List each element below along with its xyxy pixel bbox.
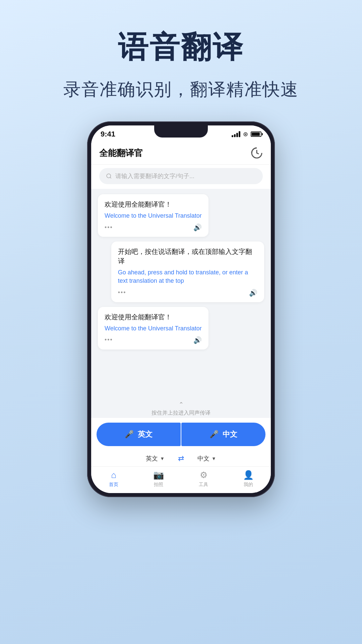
svg-point-0 (107, 174, 111, 178)
svg-line-1 (110, 177, 111, 178)
status-time: 9:41 (101, 130, 115, 139)
record-chinese-button[interactable]: 🎤 中文 (181, 423, 265, 446)
phone-notch (154, 125, 208, 138)
bubble-3-dots: ••• (105, 336, 113, 343)
battery-icon (251, 131, 261, 137)
language-bar: 英文 ▼ ⇄ 中文 ▼ (91, 451, 271, 466)
message-bubble-1: 欢迎使用全能翻译官！ Welcome to the Universal Tran… (98, 194, 208, 237)
bubble-1-dots: ••• (105, 224, 113, 231)
speaker-icon-2[interactable]: 🔊 (249, 289, 257, 297)
search-bar-container: 请输入需要翻译的文字/句子... (91, 165, 271, 189)
nav-camera[interactable]: 📷 拍照 (136, 470, 181, 488)
bubble-2-chinese: 开始吧，按住说话翻译，或在顶部输入文字翻译 (118, 247, 257, 266)
wifi-icon: ⊛ (243, 130, 248, 138)
lang-left-arrow: ▼ (160, 456, 165, 461)
camera-icon: 📷 (153, 470, 164, 480)
search-input[interactable]: 请输入需要翻译的文字/句子... (99, 168, 263, 184)
mic-right-icon: 🎤 (209, 430, 219, 439)
record-chinese-label: 中文 (223, 429, 237, 439)
nav-profile-label: 我的 (244, 482, 253, 488)
bottom-nav: ⌂ 首页 📷 拍照 ⚙ 工具 👤 我的 (91, 466, 271, 493)
search-placeholder: 请输入需要翻译的文字/句子... (115, 172, 194, 180)
press-hint-arrow: ⌃ (91, 401, 271, 408)
bubble-2-footer: ••• 🔊 (118, 289, 257, 297)
bubble-2-english: Go ahead, press and hold to translate, o… (118, 268, 257, 285)
nav-home-label: 首页 (109, 482, 118, 488)
message-bubble-2: 开始吧，按住说话翻译，或在顶部输入文字翻译 Go ahead, press an… (111, 241, 264, 302)
nav-home[interactable]: ⌂ 首页 (91, 470, 136, 488)
profile-icon: 👤 (243, 470, 254, 480)
bubble-2-dots: ••• (118, 289, 126, 296)
app-title: 全能翻译官 (99, 147, 143, 159)
record-english-label: 英文 (138, 429, 153, 439)
mic-left-icon: 🎤 (125, 430, 134, 439)
swap-icon[interactable]: ⇄ (178, 454, 184, 463)
lang-right[interactable]: 中文 ▼ (197, 454, 216, 463)
signal-icon (232, 131, 240, 137)
app-header: 全能翻译官 (91, 143, 271, 165)
record-english-button[interactable]: 🎤 英文 (97, 423, 181, 446)
phone-mockup: 9:41 ⊛ 全能翻译官 (87, 121, 275, 497)
bubble-3-footer: ••• 🔊 (105, 336, 202, 344)
message-bubble-3: 欢迎使用全能翻译官！ Welcome to the Universal Tran… (98, 307, 208, 350)
tools-icon: ⚙ (200, 470, 207, 480)
record-buttons-container: 🎤 英文 🎤 中文 (91, 418, 271, 451)
history-icon[interactable] (251, 147, 263, 159)
press-hint-text: 按住并上拉进入同声传译 (152, 410, 210, 416)
status-icons: ⊛ (232, 130, 261, 138)
lang-left-label: 英文 (146, 454, 158, 463)
bubble-1-chinese: 欢迎使用全能翻译官！ (105, 200, 202, 209)
search-icon (106, 173, 112, 179)
speaker-icon-1[interactable]: 🔊 (193, 223, 202, 231)
bubble-1-english: Welcome to the Universal Translator (105, 212, 202, 220)
hero-title: 语音翻译 (118, 27, 244, 68)
nav-tools-label: 工具 (199, 482, 208, 488)
nav-tools[interactable]: ⚙ 工具 (181, 470, 226, 488)
lang-right-label: 中文 (197, 454, 209, 463)
bubble-3-english: Welcome to the Universal Translator (105, 324, 202, 333)
home-icon: ⌂ (111, 470, 116, 480)
nav-camera-label: 拍照 (154, 482, 163, 488)
phone-screen: 9:41 ⊛ 全能翻译官 (91, 125, 271, 493)
speaker-icon-3[interactable]: 🔊 (193, 336, 202, 344)
hero-subtitle: 录音准确识别，翻译精准快速 (63, 78, 299, 101)
bubble-1-footer: ••• 🔊 (105, 223, 202, 231)
lang-right-arrow: ▼ (212, 456, 216, 461)
bubble-3-chinese: 欢迎使用全能翻译官！ (105, 312, 202, 322)
chat-area: 欢迎使用全能翻译官！ Welcome to the Universal Tran… (91, 189, 271, 398)
lang-left[interactable]: 英文 ▼ (146, 454, 165, 463)
press-hint: ⌃ 按住并上拉进入同声传译 (91, 398, 271, 418)
nav-profile[interactable]: 👤 我的 (226, 470, 271, 488)
